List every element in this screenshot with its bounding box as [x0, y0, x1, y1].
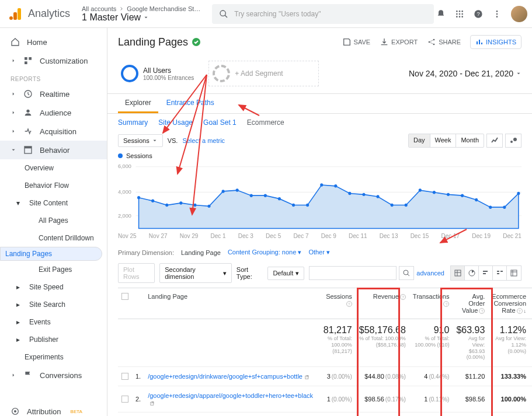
svg-rect-25 — [25, 146, 32, 148]
nav-overview[interactable]: Overview — [0, 159, 107, 177]
save-button[interactable]: SAVE — [342, 37, 371, 47]
nav-landing-pages[interactable]: Landing Pages — [0, 247, 102, 261]
chart-type-motion[interactable] — [505, 134, 521, 148]
acquisition-icon — [23, 127, 33, 136]
external-link-icon[interactable] — [305, 374, 311, 380]
content-grouping[interactable]: Content Grouping: none ▾ — [228, 249, 302, 256]
line-chart-icon — [491, 137, 499, 145]
nav-events[interactable]: ▸Events — [0, 313, 107, 331]
select-metric[interactable]: Select a metric — [182, 137, 225, 144]
svg-rect-21 — [25, 61, 27, 64]
sort-type[interactable]: Default ▾ — [267, 267, 304, 280]
insights-button[interactable]: INSIGHTS — [470, 35, 521, 49]
landing-page-link[interactable]: /google+redesign/apparel/google+toddler+… — [148, 392, 313, 399]
table-search-button[interactable] — [399, 266, 414, 280]
select-all-checkbox[interactable] — [121, 293, 128, 300]
nav-all-pages[interactable]: All Pages — [0, 212, 107, 229]
main: Landing Pages SAVE EXPORT SHARE INSIGHTS… — [107, 28, 532, 416]
nav-site-search[interactable]: ▸Site Search — [0, 296, 107, 313]
svg-point-48 — [222, 190, 225, 193]
svg-point-69 — [517, 192, 520, 195]
nav-experiments[interactable]: Experiments — [0, 348, 107, 366]
svg-point-58 — [362, 193, 365, 196]
nav-publisher[interactable]: ▸Publisher — [0, 331, 107, 348]
apps-icon[interactable] — [455, 9, 464, 19]
row-checkbox[interactable] — [121, 396, 128, 403]
time-granularity: Day Week Month — [408, 134, 484, 148]
svg-point-10 — [461, 13, 463, 15]
share-button[interactable]: SHARE — [427, 37, 461, 47]
metric-selector[interactable]: Sessions — [118, 134, 163, 147]
nav-exit-pages[interactable]: Exit Pages — [0, 261, 107, 278]
view-selector[interactable]: 1 Master View — [82, 12, 200, 23]
svg-rect-85 — [151, 403, 154, 405]
row-checkbox[interactable] — [121, 373, 128, 380]
view-pivot[interactable] — [507, 266, 521, 280]
advanced-link[interactable]: advanced — [416, 270, 444, 277]
svg-point-23 — [26, 110, 29, 113]
subtab-ecommerce[interactable]: Ecommerce — [247, 118, 284, 127]
secondary-dimension[interactable]: Secondary dimension ▾ — [159, 263, 232, 283]
nav-behavior[interactable]: Behavior — [0, 141, 107, 159]
pill-week[interactable]: Week — [430, 134, 457, 147]
nav-site-content[interactable]: ▾Site Content — [0, 194, 107, 212]
table-view-buttons — [450, 265, 521, 281]
chart-x-axis: Nov 25Nov 27Nov 29Dec 1Dec 3Dec 5Dec 7De… — [107, 232, 532, 244]
nav-realtime[interactable]: Realtime — [0, 85, 107, 103]
nav-content-drilldown[interactable]: Content Drilldown — [0, 229, 107, 247]
external-link-icon[interactable] — [150, 400, 156, 406]
landing-page-link[interactable]: /google+redesign/drinkware/google+sf+cam… — [148, 373, 302, 380]
svg-rect-1 — [13, 12, 17, 20]
nav-conversions[interactable]: Conversions — [0, 366, 107, 384]
nav-behavior-flow[interactable]: Behavior Flow — [0, 177, 107, 194]
breadcrumb[interactable]: All accountsGoogle Merchandise St… — [82, 5, 200, 12]
search-icon — [403, 270, 410, 277]
segment-add[interactable]: + Add Segment — [208, 61, 318, 86]
svg-rect-0 — [18, 8, 21, 20]
svg-point-65 — [461, 194, 464, 197]
nav-site-speed[interactable]: ▸Site Speed — [0, 278, 107, 296]
page-title: Landing Pages — [118, 36, 201, 48]
help-icon[interactable]: ? — [474, 9, 483, 19]
segment-all-users[interactable]: All Users100.00% Entrances — [118, 62, 197, 85]
bell-icon[interactable] — [436, 9, 446, 19]
avatar[interactable] — [511, 6, 527, 22]
svg-rect-84 — [305, 376, 308, 379]
search-icon — [219, 9, 228, 19]
nav-acquisition[interactable]: Acquisition — [0, 122, 107, 141]
table-search-input[interactable] — [309, 266, 397, 280]
view-comparison[interactable] — [493, 266, 507, 280]
svg-rect-77 — [483, 273, 486, 274]
ga-logo — [9, 7, 23, 21]
search-input[interactable]: Try searching "Users today" — [212, 4, 434, 24]
date-range[interactable]: Nov 24, 2020 - Dec 21, 2020 — [409, 69, 521, 78]
subtab-site-usage[interactable]: Site Usage — [158, 118, 193, 127]
chart: 6,000 4,000 2,000 — [107, 162, 532, 232]
svg-point-62 — [419, 188, 422, 191]
nav-customization[interactable]: Customization — [0, 51, 107, 70]
subtab-summary[interactable]: Summary — [118, 118, 148, 127]
primary-dimension[interactable]: Landing Page — [181, 249, 221, 256]
svg-point-52 — [278, 197, 281, 200]
nav-attribution[interactable]: AttributionBETA — [0, 402, 107, 416]
export-button[interactable]: EXPORT — [380, 37, 418, 47]
pie-icon — [468, 270, 475, 277]
pill-month[interactable]: Month — [456, 134, 484, 147]
view-table[interactable] — [451, 266, 465, 280]
svg-text:?: ? — [477, 11, 479, 17]
more-icon[interactable] — [492, 9, 502, 19]
bar-icon — [482, 270, 489, 277]
other-dimension[interactable]: Other ▾ — [308, 249, 330, 256]
view-pie[interactable] — [465, 266, 479, 280]
tab-explorer[interactable]: Explorer — [118, 94, 158, 113]
svg-text:2,000: 2,000 — [118, 212, 131, 219]
nav-home[interactable]: Home — [0, 33, 107, 51]
pill-day[interactable]: Day — [409, 134, 430, 147]
chart-legend: Sessions — [107, 150, 532, 162]
tab-entrance-paths[interactable]: Entrance Paths — [159, 94, 221, 113]
view-bar[interactable] — [479, 266, 493, 280]
svg-point-68 — [503, 205, 506, 208]
chart-type-line[interactable] — [486, 134, 503, 148]
subtab-goal-set[interactable]: Goal Set 1 — [203, 118, 237, 127]
nav-audience[interactable]: Audience — [0, 103, 107, 122]
